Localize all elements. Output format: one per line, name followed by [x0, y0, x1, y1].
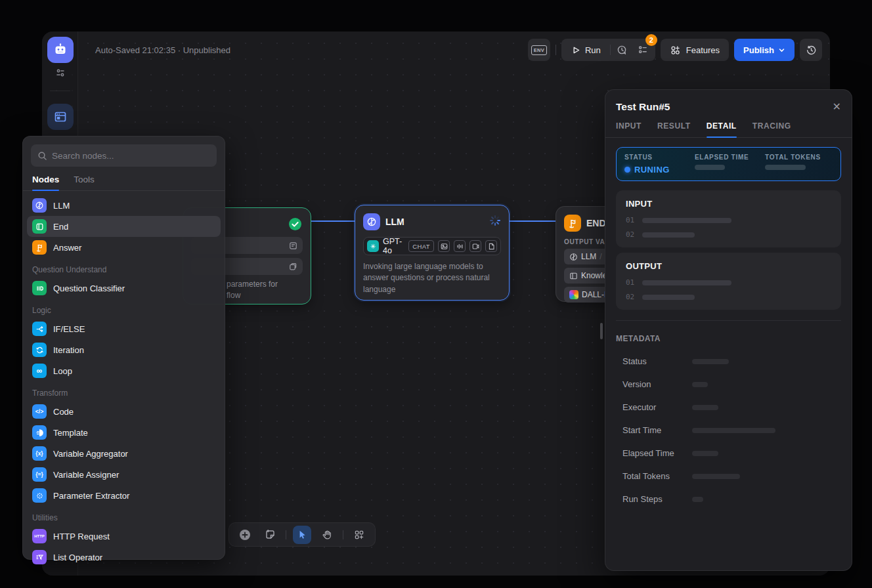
- knowledge-book-icon: [569, 272, 578, 280]
- skeleton-bar: [642, 280, 731, 285]
- rail-divider: [50, 91, 70, 91]
- features-icon: [670, 45, 681, 56]
- node-item-http-request[interactable]: HTTP HTTP Request: [27, 526, 221, 547]
- tab-input[interactable]: INPUT: [616, 121, 642, 137]
- template-icon: [32, 425, 47, 440]
- close-icon[interactable]: ✕: [833, 100, 841, 113]
- metadata-row-run-steps: Run Steps: [616, 494, 841, 504]
- node-item-code[interactable]: </> Code: [27, 401, 221, 422]
- test-run-panel: Test Run#5 ✕ INPUT RESULT DETAIL TRACING…: [605, 89, 852, 571]
- status-card: STATUS RUNING ELAPSED TIME TOTAL TOKENS: [616, 147, 841, 181]
- publish-button[interactable]: Publish: [734, 39, 795, 61]
- skeleton-bar: [692, 359, 729, 364]
- skeleton-bar: [642, 232, 695, 238]
- toolbar-divider: [343, 530, 343, 539]
- model-selector[interactable]: ✳ GPT-4o CHAT: [363, 237, 501, 255]
- chat-mode-badge: CHAT: [408, 240, 434, 252]
- copy-icon: [289, 262, 297, 271]
- features-button[interactable]: Features: [661, 39, 729, 61]
- publish-button-label: Publish: [743, 45, 774, 55]
- status-value: RUNING: [634, 165, 670, 175]
- checklist-icon[interactable]: 2: [633, 40, 653, 60]
- input-card: INPUT 01 02: [616, 190, 841, 247]
- paragraph-icon: [289, 242, 297, 250]
- tab-result[interactable]: RESULT: [657, 121, 691, 137]
- answer-icon: [32, 240, 47, 255]
- node-item-iteration[interactable]: Iteration: [27, 339, 221, 360]
- audio-capability-icon: [454, 240, 466, 252]
- env-icon: ENV: [531, 45, 546, 55]
- pointer-tool-button[interactable]: [293, 526, 311, 544]
- history-icon: [806, 45, 817, 56]
- loop-icon: ∞: [32, 364, 47, 378]
- panel-resize-handle[interactable]: [600, 323, 603, 339]
- metadata-title: METADATA: [616, 334, 841, 343]
- tab-nodes[interactable]: Nodes: [32, 175, 59, 190]
- add-node-button[interactable]: [236, 526, 254, 544]
- node-item-loop[interactable]: ∞ Loop: [27, 360, 221, 381]
- app-logo-robot-icon[interactable]: [47, 37, 74, 63]
- total-tokens-label: TOTAL TOKENS: [765, 154, 821, 161]
- node-item-template[interactable]: Template: [27, 422, 221, 443]
- organize-nodes-button[interactable]: [350, 526, 368, 544]
- node-item-variable-assigner[interactable]: {=} Variable Assigner: [27, 464, 221, 485]
- section-question-understand: Question Understand: [27, 258, 221, 278]
- chevron-down-icon: [778, 47, 785, 54]
- hand-tool-button[interactable]: [318, 526, 336, 544]
- skeleton-bar: [692, 497, 703, 502]
- node-item-list-operator[interactable]: List Operator: [27, 547, 221, 568]
- llm-node-description: Invoking large language models to answer…: [363, 261, 501, 295]
- section-utilities: Utilities: [27, 506, 221, 526]
- llm-node-icon: [363, 213, 380, 230]
- llm-node[interactable]: LLM ✳ GPT-4o CHAT Invoking large languag…: [355, 205, 510, 301]
- play-icon: [572, 46, 580, 54]
- node-item-if-else[interactable]: IF/ELSE: [27, 318, 221, 339]
- preferences-sliders-icon[interactable]: [55, 68, 66, 78]
- variable-aggregator-icon: {x}: [32, 446, 47, 461]
- metadata-row-elapsed-time: Elapsed Time: [616, 448, 841, 458]
- node-list: LLM End Answer Question Understand Quest…: [23, 191, 225, 568]
- add-note-button[interactable]: [261, 526, 279, 544]
- output-card-title: OUTPUT: [626, 261, 831, 271]
- node-item-end[interactable]: End: [27, 216, 221, 237]
- tab-tracing[interactable]: TRACING: [752, 121, 791, 137]
- node-item-llm[interactable]: LLM: [27, 195, 221, 216]
- node-item-question-classifier[interactable]: Question Classifier: [27, 278, 221, 299]
- app-window-icon[interactable]: [47, 104, 74, 130]
- section-transform: Transform: [27, 381, 221, 401]
- node-item-variable-aggregator[interactable]: {x} Variable Aggregator: [27, 443, 221, 464]
- skeleton-bar: [692, 405, 718, 410]
- metadata-divider: [616, 320, 841, 321]
- skeleton-bar: [765, 165, 806, 170]
- llm-icon: [32, 198, 47, 213]
- llm-circle-icon: [569, 253, 578, 261]
- search-input[interactable]: [52, 151, 210, 161]
- cursor-icon: [297, 530, 307, 539]
- run-group-divider: [610, 45, 611, 55]
- topbar-divider: [556, 45, 556, 55]
- node-panel-tabs: Nodes Tools: [23, 175, 225, 191]
- tab-tools[interactable]: Tools: [74, 175, 95, 190]
- version-history-button[interactable]: [800, 39, 822, 61]
- skeleton-bar: [692, 428, 775, 433]
- openai-icon: ✳: [367, 240, 379, 252]
- node-item-parameter-extractor[interactable]: Parameter Extractor: [27, 485, 221, 506]
- code-icon: </>: [32, 404, 47, 419]
- run-button[interactable]: Run: [564, 39, 609, 61]
- variable-assigner-icon: {=}: [32, 467, 47, 482]
- end-node-title: END: [586, 218, 606, 228]
- node-search-panel: Nodes Tools LLM End Answer Question Unde…: [22, 136, 225, 560]
- search-box[interactable]: [31, 144, 217, 167]
- metadata-row-executor: Executor: [616, 402, 841, 412]
- question-classifier-icon: [32, 281, 47, 295]
- organize-grid-icon: [354, 530, 364, 540]
- tab-detail[interactable]: DETAIL: [707, 121, 737, 137]
- node-item-answer[interactable]: Answer: [27, 237, 221, 258]
- run-button-label: Run: [585, 45, 601, 55]
- elapsed-time-label: ELAPSED TIME: [695, 154, 765, 161]
- start-node-description: parameters for flow: [227, 279, 305, 302]
- skeleton-bar: [642, 218, 731, 223]
- run-history-clock-icon[interactable]: [612, 40, 632, 60]
- line-number: 02: [626, 230, 636, 239]
- env-button[interactable]: ENV: [528, 39, 550, 61]
